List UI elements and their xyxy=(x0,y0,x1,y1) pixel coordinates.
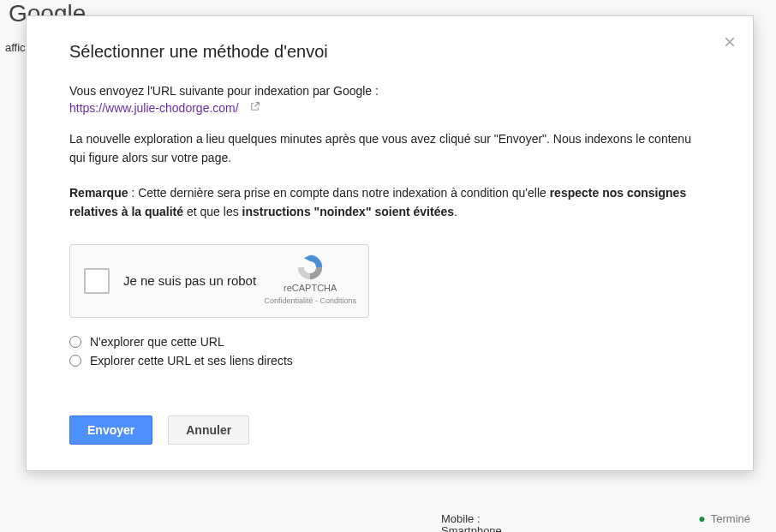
recaptcha-icon xyxy=(295,254,325,281)
external-link-icon xyxy=(249,101,260,115)
svg-marker-0 xyxy=(304,254,310,260)
intro-text: Vous envoyez l'URL suivante pour indexat… xyxy=(69,82,710,100)
recaptcha-brand: reCAPTCHA xyxy=(264,283,356,293)
note-label: Remarque xyxy=(69,186,128,200)
recaptcha-terms[interactable]: Confidentialité - Conditions xyxy=(264,296,356,305)
radio-only-this-url[interactable] xyxy=(69,336,81,348)
radio-url-and-links-label[interactable]: Explorer cette URL et ses liens directs xyxy=(90,354,293,368)
explanation-text: La nouvelle exploration a lieu quelques … xyxy=(69,129,710,168)
recaptcha-widget: Je ne suis pas un robot reCAPTCHA Confid… xyxy=(69,244,369,318)
bg-status: ● Terminé xyxy=(698,511,750,525)
recaptcha-badge: reCAPTCHA Confidentialité - Conditions xyxy=(264,254,356,305)
note-text: Remarque : Cette dernière sera prise en … xyxy=(69,183,710,222)
radio-url-and-links[interactable] xyxy=(69,355,81,367)
note-bold2: instructions "noindex" soient évitées xyxy=(242,205,454,218)
note-part2: et que les xyxy=(183,205,242,218)
crawl-options: N'explorer que cette URL Explorer cette … xyxy=(69,335,710,368)
close-icon[interactable]: × xyxy=(724,32,736,52)
submit-method-modal: × Sélectionner une méthode d'envoi Vous … xyxy=(26,15,754,471)
cancel-button[interactable]: Annuler xyxy=(168,415,249,445)
bg-text-mobile: Mobile : xyxy=(441,512,481,525)
recaptcha-label: Je ne suis pas un robot xyxy=(123,273,256,288)
bg-status-label: Terminé xyxy=(711,512,750,525)
note-part1: : Cette dernière sera prise en compte da… xyxy=(128,186,549,200)
submitted-url-link[interactable]: https://www.julie-chodorge.com/ xyxy=(69,101,239,115)
submit-button[interactable]: Envoyer xyxy=(69,415,152,445)
note-part3: . xyxy=(454,205,457,218)
recaptcha-checkbox[interactable] xyxy=(84,268,110,294)
check-circle-icon: ● xyxy=(698,511,705,525)
bg-text-smartphone: Smartphone xyxy=(441,524,502,532)
modal-title: Sélectionner une méthode d'envoi xyxy=(69,42,710,62)
radio-only-this-url-label[interactable]: N'explorer que cette URL xyxy=(90,335,224,349)
